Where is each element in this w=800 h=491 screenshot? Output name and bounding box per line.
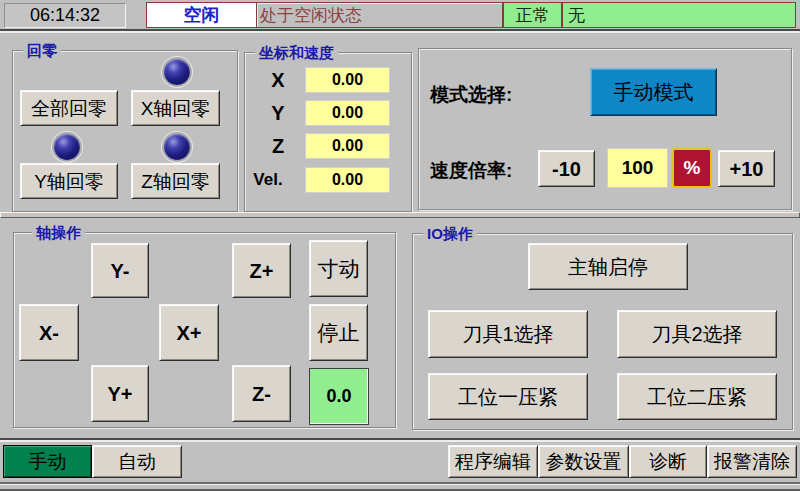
machine-state-display: 空闲 (146, 2, 257, 28)
alarm-message: 无 (562, 2, 796, 28)
speed-override-label: 速度倍率: (430, 158, 512, 184)
tool2-select-button[interactable]: 刀具2选择 (617, 310, 777, 358)
jog-x-plus-button[interactable]: X+ (159, 304, 219, 361)
vel-label: Vel. (248, 167, 288, 193)
tool1-select-button[interactable]: 刀具1选择 (428, 310, 588, 358)
divider-top (0, 29, 800, 33)
alarm-clear-button[interactable]: 报警清除 (707, 445, 797, 478)
jog-x-minus-button[interactable]: X- (19, 304, 79, 361)
jog-y-minus-button[interactable]: Y- (91, 243, 149, 298)
clock-display: 06:14:32 (4, 3, 126, 28)
jog-mode-button[interactable]: 寸动 (309, 240, 368, 297)
home-all-button[interactable]: 全部回零 (20, 90, 118, 126)
spindle-start-stop-button[interactable]: 主轴启停 (528, 243, 688, 290)
manual-mode-tab[interactable]: 手动 (3, 445, 92, 478)
diagnostics-button[interactable]: 诊断 (629, 445, 707, 478)
param-settings-button[interactable]: 参数设置 (538, 445, 629, 478)
percent-sign-badge: % (672, 148, 712, 188)
home-y-axis-button[interactable]: Y轴回零 (20, 163, 118, 199)
x-coord-value: 0.00 (305, 67, 390, 93)
mode-select-label: 模式选择: (430, 82, 512, 108)
override-value-display: 100 (607, 148, 668, 188)
divider-bottom (0, 438, 800, 442)
divider-middle (0, 212, 800, 218)
jog-step-value-box[interactable]: 0.0 (309, 368, 369, 425)
home-x-axis-button[interactable]: X轴回零 (131, 90, 220, 126)
station1-clamp-button[interactable]: 工位一压紧 (428, 373, 588, 420)
program-edit-button[interactable]: 程序编辑 (448, 445, 538, 478)
auto-mode-tab[interactable]: 自动 (92, 445, 182, 478)
coords-panel-title: 坐标和速度 (255, 43, 338, 62)
home-z-axis-button[interactable]: Z轴回零 (131, 163, 220, 199)
override-decrease-button[interactable]: -10 (538, 150, 595, 187)
z-coord-value: 0.00 (305, 133, 390, 159)
z-coord-label: Z (258, 133, 298, 159)
alarm-status-badge: 正常 (503, 2, 562, 28)
x-coord-label: X (258, 67, 298, 93)
divider-footer (0, 482, 800, 485)
override-increase-button[interactable]: +10 (718, 150, 775, 187)
homing-panel-title: 回零 (23, 41, 61, 60)
manual-mode-button[interactable]: 手动模式 (590, 68, 717, 116)
y-home-led-icon (54, 134, 80, 160)
state-description: 处于空闲状态 (256, 2, 503, 28)
y-coord-value: 0.00 (305, 100, 390, 126)
x-home-led-icon (164, 59, 190, 85)
hmi-screen: 06:14:32 空闲 处于空闲状态 正常 无 回零 全部回零 X轴回零 Y轴回… (0, 0, 800, 491)
z-home-led-icon (164, 134, 190, 160)
jog-z-plus-button[interactable]: Z+ (232, 243, 291, 298)
jog-y-plus-button[interactable]: Y+ (91, 365, 149, 422)
vel-value: 0.00 (305, 167, 390, 193)
station2-clamp-button[interactable]: 工位二压紧 (617, 373, 777, 420)
jog-z-minus-button[interactable]: Z- (232, 365, 291, 422)
stop-button[interactable]: 停止 (309, 304, 368, 361)
io-panel-title: IO操作 (423, 224, 477, 243)
axis-panel-title: 轴操作 (32, 223, 85, 242)
y-coord-label: Y (258, 100, 298, 126)
